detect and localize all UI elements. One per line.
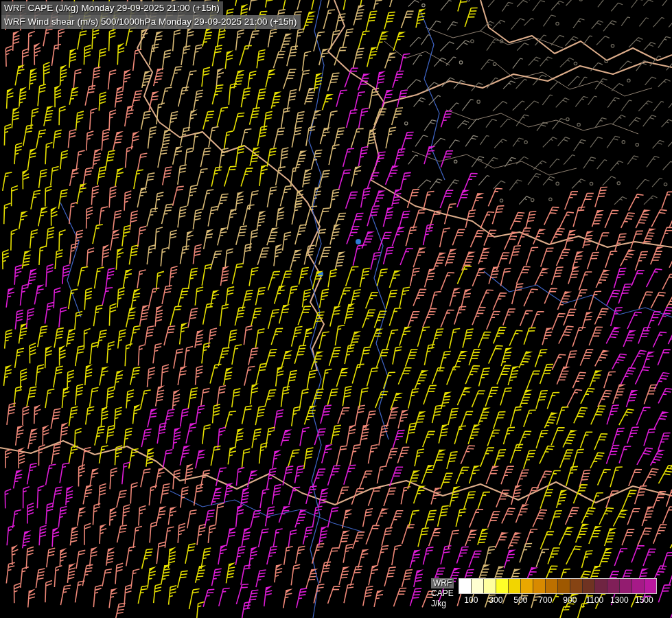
legend-swatch — [496, 579, 508, 593]
legend-tick-label: 1100 — [586, 595, 603, 605]
legend-colorbar-wrap: 100300500700900110013001500 — [459, 578, 657, 605]
legend-tick-label: 100 — [464, 595, 478, 605]
legend-labels: WRF CAPE J/kg — [431, 578, 454, 609]
legend-swatch — [607, 579, 619, 593]
legend-tick-label: 700 — [538, 595, 552, 605]
legend-swatch — [545, 579, 557, 593]
weather-map-stage: WRF CAPE (J/kg) Monday 29-09-2025 21:00 … — [0, 0, 672, 618]
legend-tick-label: 1500 — [635, 595, 653, 605]
legend-swatch — [520, 579, 533, 593]
legend-variable-label: CAPE — [431, 588, 454, 599]
legend-swatch — [483, 579, 496, 593]
legend-swatch — [582, 579, 594, 593]
legend-swatch — [570, 579, 582, 593]
legend-tick-label: 900 — [563, 595, 577, 605]
map-title-wind-shear: WRF Wind shear (m/s) 500/1000hPa Monday … — [1, 15, 301, 29]
legend-tick-label: 500 — [513, 595, 527, 605]
legend-swatch — [644, 579, 656, 593]
legend-swatch — [632, 579, 644, 593]
map-title-block: WRF CAPE (J/kg) Monday 29-09-2025 21:00 … — [1, 1, 301, 29]
cape-legend: WRF CAPE J/kg 10030050070090011001300150… — [431, 578, 657, 609]
legend-swatch — [471, 579, 483, 593]
legend-tick-label: 300 — [489, 595, 502, 605]
legend-swatch — [619, 579, 632, 593]
legend-unit-label: J/kg — [431, 599, 446, 609]
legend-swatch — [459, 579, 471, 593]
legend-tick-row: 100300500700900110013001500 — [459, 595, 657, 605]
legend-tick-label: 1300 — [610, 595, 629, 605]
legend-swatch — [594, 579, 607, 593]
legend-swatch — [557, 579, 570, 593]
legend-swatch — [533, 579, 545, 593]
legend-swatch — [508, 579, 520, 593]
legend-colorbar — [459, 578, 657, 594]
legend-model-label: WRF — [431, 578, 454, 588]
wrf-map-canvas — [0, 0, 672, 618]
map-title-cape: WRF CAPE (J/kg) Monday 29-09-2025 21:00 … — [1, 1, 223, 15]
